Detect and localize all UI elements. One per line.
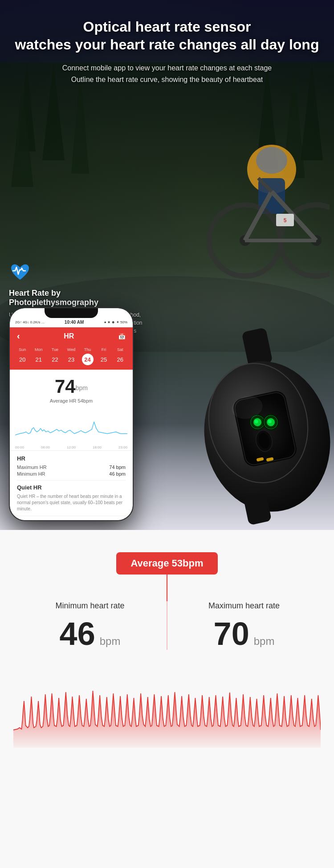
stats-row: Minimum heart rate 46 bpm Maximum heart … bbox=[13, 592, 321, 650]
hr-unit: bpm bbox=[76, 384, 88, 391]
watch-svg bbox=[169, 325, 334, 530]
waveform-svg bbox=[13, 676, 321, 748]
devices-container: 2G↑ 4G↓ 0.2K/s ... 10:40 AM ● ★ ☻ ✦ 50% … bbox=[0, 307, 334, 530]
hr-divider-1 bbox=[17, 480, 126, 481]
quiet-hr-section: Quiet HR bbox=[17, 484, 126, 491]
hero-text-block: Optical heart rate sensor watches your h… bbox=[0, 0, 334, 85]
phone-hr-header: ‹ HR 📅 bbox=[10, 327, 133, 345]
cal-wed: Wed 23 bbox=[65, 347, 77, 365]
phone-mockup: 2G↑ 4G↓ 0.2K/s ... 10:40 AM ● ★ ☻ ✦ 50% … bbox=[9, 307, 134, 521]
svg-point-10 bbox=[256, 147, 287, 174]
min-hr-unit: bpm bbox=[100, 635, 121, 648]
max-hr-value: 70 bbox=[214, 618, 249, 650]
heart-ecg-icon bbox=[9, 261, 31, 283]
min-hr-block: Minimum heart rate 46 bpm bbox=[13, 601, 167, 650]
min-hr-value: 46 bpm bbox=[109, 471, 126, 477]
phone-network: 2G↑ 4G↓ 0.2K/s ... bbox=[15, 320, 44, 324]
hr-divider-2 bbox=[17, 516, 126, 516]
min-hr-row: Minimum HR 46 bpm bbox=[17, 471, 126, 477]
exercise-hr-label: Exercise HR bbox=[17, 520, 126, 520]
phone-time: 10:40 AM bbox=[65, 320, 84, 325]
max-hr-value: 74 bpm bbox=[109, 465, 126, 470]
cal-sat: Sat 26 bbox=[114, 347, 126, 365]
min-hr-label: Minimum HR bbox=[17, 471, 45, 477]
phone-hr-title: HR bbox=[64, 332, 74, 340]
phone-back-button[interactable]: ‹ bbox=[17, 331, 20, 341]
svg-text:5: 5 bbox=[284, 217, 287, 224]
waveform-container bbox=[13, 676, 321, 748]
cal-sun: Sun 20 bbox=[16, 347, 28, 365]
phone-hr-details: HR Maximum HR 74 bpm Minimum HR 46 bpm Q… bbox=[10, 451, 133, 520]
hero-title: Optical heart rate sensor watches your h… bbox=[13, 18, 321, 53]
phone-calendar: Sun 20 Mon 21 Tue 22 Wed 23 bbox=[10, 345, 133, 370]
min-hr-value: 46 bbox=[60, 618, 95, 650]
max-hr-row: Maximum HR 74 bpm bbox=[17, 465, 126, 470]
max-hr-label: Maximum heart rate bbox=[167, 601, 321, 611]
max-hr-label: Maximum HR bbox=[17, 465, 47, 470]
min-hr-label: Minimum heart rate bbox=[13, 601, 167, 611]
hero-section: 5 Optical heart rate sensor watches your… bbox=[0, 0, 334, 530]
cal-mon: Mon 21 bbox=[33, 347, 45, 365]
ppg-title: Heart Rate by Photoplethysmography bbox=[9, 289, 143, 307]
max-hr-block: Maximum heart rate 70 bpm bbox=[167, 601, 321, 650]
cal-tue: Tue 22 bbox=[49, 347, 61, 365]
hr-chart-svg bbox=[15, 411, 127, 442]
cal-fri: Fri 25 bbox=[98, 347, 110, 365]
watch-mockup bbox=[169, 325, 334, 530]
phone-screen: 2G↑ 4G↓ 0.2K/s ... 10:40 AM ● ★ ☻ ✦ 50% … bbox=[10, 308, 133, 520]
biker-background: 5 bbox=[143, 89, 330, 312]
phone-notch bbox=[45, 308, 98, 318]
quiet-hr-description: Quiet HR – the number of heart beats per… bbox=[17, 493, 126, 512]
hr-avg-label: Average HR 54bpm bbox=[17, 398, 126, 403]
max-hr-unit: bpm bbox=[254, 635, 275, 648]
vertical-divider bbox=[167, 566, 167, 650]
phone-calendar-icon[interactable]: 📅 bbox=[118, 333, 126, 340]
hero-subtitle: Connect mobile app to view your heart ra… bbox=[13, 62, 321, 85]
phone-icons: ● ★ ☻ ✦ 50% bbox=[104, 320, 127, 324]
phone-chart: 00:00 06:00 12:00 18:00 23:00 bbox=[10, 406, 133, 451]
svg-rect-22 bbox=[241, 327, 273, 367]
stats-section: Average 53bpm Minimum heart rate 46 bpm … bbox=[0, 530, 334, 868]
chart-time-labels: 00:00 06:00 12:00 18:00 23:00 bbox=[15, 445, 127, 449]
phone-hr-reading: 74bpm Average HR 54bpm bbox=[10, 370, 133, 406]
hr-value: 74 bbox=[55, 376, 76, 397]
cal-thu: Thu 24 bbox=[82, 347, 94, 365]
hr-section-hr: HR bbox=[17, 455, 126, 462]
